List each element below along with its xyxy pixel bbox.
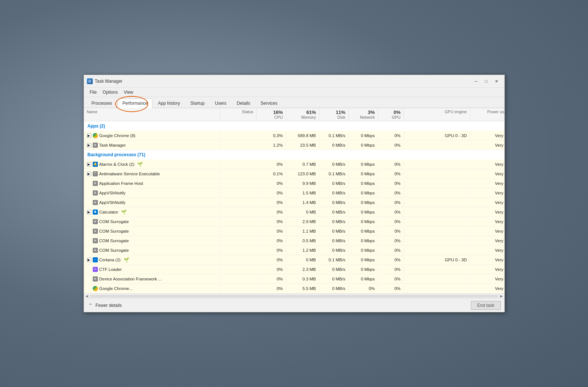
process-disk: 0 MB/s	[319, 161, 349, 168]
menu-options[interactable]: Options	[100, 89, 121, 96]
end-task-button[interactable]: End task	[471, 301, 501, 310]
col-network[interactable]: 3% Network	[349, 108, 378, 121]
table-row[interactable]: ▶ 🛡 Antimalware Service Executable 0.1% …	[84, 169, 504, 179]
process-icon: ⊞	[93, 238, 98, 243]
process-memory: 1.5 MB	[286, 190, 319, 196]
maximize-button[interactable]: □	[482, 77, 491, 85]
menu-view[interactable]: View	[121, 89, 136, 96]
process-memory: 123.0 MB	[286, 171, 319, 177]
close-button[interactable]: ✕	[492, 77, 502, 85]
table-row[interactable]: ⊞ COM Surrogate 0% 0.5 MB 0 MB/s 0 Mbps …	[84, 236, 504, 246]
process-gpu: 0%	[378, 209, 404, 215]
process-status	[220, 201, 257, 204]
process-power: Very low	[470, 180, 504, 187]
expand-icon[interactable]: ▶	[87, 162, 91, 166]
title-bar-left: ⊞ Task Manager	[87, 78, 123, 84]
process-memory: 589.8 MB	[286, 132, 319, 139]
process-network: 0 Mbps	[349, 142, 378, 148]
process-disk: 0 MB/s	[319, 247, 349, 254]
process-disk: 0 MB/s	[319, 209, 349, 215]
table-row[interactable]: ⊞ COM Surrogate 0% 2.9 MB 0 MB/s 0 Mbps …	[84, 217, 504, 226]
process-gpu-engine	[404, 221, 470, 223]
table-container: Name Status 16% CPU 61% Memory 11%	[84, 108, 504, 293]
expand-icon[interactable]: ▶	[87, 210, 91, 214]
section-background: Background processes (71)	[84, 150, 504, 160]
process-disk: 0 MB/s	[319, 237, 349, 244]
table-row[interactable]: ▶ 🔔 Alarms & Clock (2) 🌱 0% 0.7 MB 0 MB/…	[84, 160, 504, 169]
table-row[interactable]: ⊞ COM Surrogate 0% 1.1 MB 0 MB/s 0 Mbps …	[84, 226, 504, 236]
process-gpu-engine	[404, 173, 470, 175]
table-row[interactable]: ✎ CTF Loader 0% 2.3 MB 0 MB/s 0 Mbps 0% …	[84, 265, 504, 274]
table-row[interactable]: ⊞ Device Association Framework ... 0% 0.…	[84, 274, 504, 284]
process-network: 0 Mbps	[349, 237, 378, 244]
process-network: 0 Mbps	[349, 190, 378, 196]
table-row[interactable]: ▶ Google Chrome (8) 0.3% 589.8 MB 0.1 MB…	[84, 131, 504, 140]
process-name: ⊞ AppVShNotify	[84, 189, 220, 197]
col-name[interactable]: Name	[84, 108, 220, 121]
process-icon: ✎	[93, 267, 98, 272]
table-main: Name Status 16% CPU 61% Memory 11%	[84, 108, 504, 293]
process-status	[220, 278, 257, 280]
window-title: Task Manager	[95, 79, 123, 84]
process-power: Very low	[470, 132, 504, 139]
tab-services[interactable]: Services	[256, 98, 282, 108]
process-memory: 23.5 MB	[286, 142, 319, 148]
horizontal-scrollbar[interactable]: ◀ ▶	[84, 293, 504, 298]
tab-startup[interactable]: Startup	[185, 98, 209, 108]
tab-performance[interactable]: Performance	[118, 98, 153, 108]
fewer-details-label: Fewer details	[96, 303, 122, 308]
col-status[interactable]: Status	[220, 108, 257, 121]
process-gpu-engine	[404, 230, 470, 232]
fewer-details-button[interactable]: ⌃ Fewer details	[88, 302, 122, 308]
process-icon: ⊞	[93, 219, 98, 224]
table-row[interactable]: ⊞ AppVShNotify 0% 1.4 MB 0 MB/s 0 Mbps 0…	[84, 198, 504, 207]
col-gpu[interactable]: 0% GPU	[378, 108, 404, 121]
process-name: ⊞ Application Frame Host	[84, 180, 220, 187]
process-status	[220, 287, 257, 290]
expand-icon[interactable]: ▶	[87, 172, 91, 176]
process-network: 0 Mbps	[349, 276, 378, 282]
table-row[interactable]: ▶ 🖩 Calculator 🌱 0% 0 MB 0 MB/s 0 Mbps 0…	[84, 207, 504, 217]
menu-file[interactable]: File	[87, 89, 100, 96]
tab-details[interactable]: Details	[232, 98, 255, 108]
expand-icon[interactable]: ▶	[87, 143, 91, 147]
title-bar-controls: ─ □ ✕	[471, 77, 502, 85]
col-cpu[interactable]: 16% CPU	[257, 108, 286, 121]
process-gpu-engine	[404, 163, 470, 165]
table-row[interactable]: Google Chrome... 0% 5.5 MB 0 MB/s 0% 0% …	[84, 284, 504, 293]
table-row[interactable]: ▶ ○ Cortana (2) 🌱 0% 0 MB 0.1 MB/s 0 Mbp…	[84, 255, 504, 265]
process-disk: 0.1 MB/s	[319, 171, 349, 177]
process-power: Very low	[470, 228, 504, 234]
process-status	[220, 221, 257, 223]
process-name: ⊞ COM Surrogate	[84, 218, 220, 225]
process-gpu-engine	[404, 182, 470, 184]
process-network: 0 Mbps	[349, 257, 378, 263]
tab-app-history[interactable]: App history	[153, 98, 185, 108]
expand-icon[interactable]: ▶	[87, 258, 91, 262]
process-gpu-engine	[404, 240, 470, 242]
process-disk: 0 MB/s	[319, 285, 349, 292]
table-row[interactable]: ⊞ Application Frame Host 0% 9.9 MB 0 MB/…	[84, 179, 504, 188]
process-name: ▶ ⊞ Task Manager	[84, 141, 220, 149]
process-icon: 🔔	[93, 162, 98, 167]
process-power: Very low	[470, 161, 504, 168]
col-disk[interactable]: 11% Disk	[319, 108, 349, 121]
process-status	[220, 192, 257, 194]
col-gpu-engine[interactable]: GPU engine	[404, 108, 470, 121]
process-name: ⊞ COM Surrogate	[84, 247, 220, 254]
table-row[interactable]: ⊞ COM Surrogate 0% 1.2 MB 0 MB/s 0 Mbps …	[84, 246, 504, 255]
process-power: Very low	[470, 257, 504, 263]
col-memory[interactable]: 61% Memory	[286, 108, 319, 121]
process-network: 0 Mbps	[349, 180, 378, 187]
expand-icon[interactable]: ▶	[87, 133, 91, 138]
tab-users[interactable]: Users	[210, 98, 231, 108]
process-memory: 1.4 MB	[286, 199, 319, 206]
table-row[interactable]: ▶ ⊞ Task Manager 1.2% 23.5 MB 0 MB/s 0 M…	[84, 140, 504, 150]
minimize-button[interactable]: ─	[471, 77, 481, 85]
process-gpu-engine	[404, 287, 470, 290]
col-power-usage[interactable]: Power usage	[470, 108, 504, 121]
tab-processes[interactable]: Processes	[87, 98, 117, 108]
fewer-details-icon: ⌃	[88, 302, 93, 308]
process-network: 0 Mbps	[349, 199, 378, 206]
table-row[interactable]: ⊞ AppVShNotify 0% 1.5 MB 0 MB/s 0 Mbps 0…	[84, 188, 504, 198]
